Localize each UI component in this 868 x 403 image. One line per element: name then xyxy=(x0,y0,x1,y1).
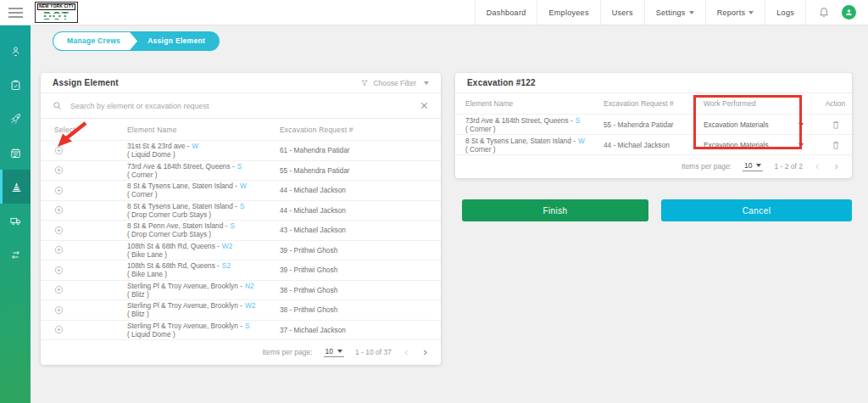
delete-row-button[interactable] xyxy=(832,140,840,150)
element-suffix-link[interactable]: W xyxy=(192,142,198,150)
element-row: 8 St & Tysens Lane, Staten Island -W ( C… xyxy=(41,180,441,200)
sidebar-item-launch[interactable] xyxy=(0,102,31,136)
trash-icon xyxy=(832,140,840,150)
next-page-button[interactable] xyxy=(421,349,429,356)
top-header: NEW YORK CITY DOT Dashboard Employees Us… xyxy=(0,0,868,25)
finish-button[interactable]: Finish xyxy=(462,199,648,221)
element-row: 8 St & Tysens Lane, Staten Island -S ( D… xyxy=(41,200,441,221)
chevron-down-icon xyxy=(798,123,804,126)
chevron-down-icon xyxy=(748,11,754,14)
chevron-down-icon xyxy=(756,164,761,167)
element-row: Sterling Pl & Troy Avenue, Brooklyn -N2 … xyxy=(41,280,441,300)
select-element-button[interactable] xyxy=(54,165,64,175)
element-suffix-link[interactable]: S xyxy=(237,162,242,171)
element-row: 73rd Ave & 184th Street, Queens -S ( Cor… xyxy=(41,160,441,181)
items-per-page-select[interactable]: 10 xyxy=(324,347,344,357)
sidebar-item-work-zones[interactable] xyxy=(0,170,31,204)
element-suffix-link[interactable]: W2 xyxy=(222,242,232,250)
sidebar-item-fleet[interactable] xyxy=(0,204,31,238)
notification-bell-icon[interactable] xyxy=(818,6,830,19)
select-element-button[interactable] xyxy=(54,226,64,235)
person-icon xyxy=(844,8,854,17)
chevron-down-icon xyxy=(424,81,429,85)
items-per-page-select[interactable]: 10 xyxy=(743,161,763,171)
element-row: 31st St & 23rd ave -W ( Liquid Dome ) 61… xyxy=(41,140,441,160)
add-circle-icon xyxy=(54,266,64,275)
breadcrumb: Manage Crews Assign Element xyxy=(53,32,219,50)
sidebar-item-assignments[interactable] xyxy=(0,68,31,102)
select-element-button[interactable] xyxy=(54,245,64,255)
element-suffix-link[interactable]: S2 xyxy=(222,261,231,270)
logo-dot-text: DOT xyxy=(37,10,75,21)
excavation-panel: Excavation #122 Element Name Excavation … xyxy=(455,73,852,178)
hamburger-menu-icon[interactable] xyxy=(0,0,31,25)
sidebar-item-crews[interactable] xyxy=(0,34,31,68)
nav-settings[interactable]: Settings xyxy=(644,0,705,25)
element-row: 108th St & 68th Rd, Queens -W2 ( Bike La… xyxy=(41,240,441,260)
truck-icon xyxy=(9,215,22,227)
add-circle-icon xyxy=(54,305,64,315)
element-suffix-link[interactable]: W2 xyxy=(245,301,255,310)
select-element-button[interactable] xyxy=(54,266,64,275)
add-circle-icon xyxy=(54,205,64,215)
excavation-row: 8 St & Tysens Lane, Staten Island -W ( C… xyxy=(455,134,852,154)
element-suffix-link[interactable]: S xyxy=(240,202,245,210)
assign-table-header: Select Element Name Excavation Request # xyxy=(41,119,441,140)
excavation-table-header: Element Name Excavation Request # Work P… xyxy=(455,93,852,114)
page-range: 1 - 2 of 2 xyxy=(774,162,803,171)
add-circle-icon xyxy=(54,325,64,334)
select-element-button[interactable] xyxy=(54,146,64,155)
nav-employees[interactable]: Employees xyxy=(537,0,599,25)
element-suffix-link[interactable]: S xyxy=(245,322,250,330)
sidebar-item-transfers[interactable] xyxy=(0,238,31,271)
swap-arrows-icon xyxy=(9,249,22,261)
cancel-button[interactable]: Cancel xyxy=(661,199,852,221)
excavation-table-body: 73rd Ave & 184th Street, Queens -S ( Cor… xyxy=(455,114,852,154)
element-row: 8 St & Penn Ave, Staten Island -S ( Drop… xyxy=(41,220,441,240)
clipboard-check-icon xyxy=(9,79,22,92)
element-suffix-link[interactable]: W xyxy=(578,137,585,145)
select-element-button[interactable] xyxy=(54,205,64,215)
chevron-down-icon xyxy=(689,11,694,14)
select-element-button[interactable] xyxy=(54,305,64,315)
work-performed-select[interactable]: Excavation Materials xyxy=(704,120,804,129)
select-element-button[interactable] xyxy=(54,186,64,195)
trash-icon xyxy=(832,120,840,130)
sidebar-item-schedule[interactable] xyxy=(0,136,31,170)
nav-logs[interactable]: Logs xyxy=(765,0,805,25)
add-circle-icon xyxy=(54,285,64,294)
assign-element-panel: Assign Element Choose Filter Select Elem… xyxy=(41,73,441,365)
add-circle-icon xyxy=(54,245,64,255)
nav-reports[interactable]: Reports xyxy=(705,0,765,25)
nav-dashboard[interactable]: Dashboard xyxy=(475,0,537,25)
element-suffix-link[interactable]: S xyxy=(576,116,581,125)
element-suffix-link[interactable]: S xyxy=(230,221,235,230)
select-element-button[interactable] xyxy=(54,325,64,334)
user-avatar[interactable] xyxy=(842,5,856,20)
excavation-panel-title: Excavation #122 xyxy=(467,78,536,87)
add-circle-icon xyxy=(54,226,64,235)
element-suffix-link[interactable]: N2 xyxy=(245,282,254,290)
next-page-button[interactable] xyxy=(832,163,840,171)
calendar-icon xyxy=(9,147,22,160)
rocket-icon xyxy=(9,113,22,126)
excavation-row: 73rd Ave & 184th Street, Queens -S ( Cor… xyxy=(455,114,852,134)
choose-filter-button[interactable]: Choose Filter xyxy=(360,79,429,87)
select-element-button[interactable] xyxy=(54,285,64,294)
search-input[interactable] xyxy=(70,102,411,110)
close-icon[interactable] xyxy=(420,101,429,110)
prev-page-button[interactable] xyxy=(814,163,821,171)
assign-pagination: Items per page: 10 1 - 10 of 37 xyxy=(41,339,441,364)
breadcrumb-manage-crews[interactable]: Manage Crews xyxy=(53,32,137,50)
work-performed-select[interactable]: Excavation Materials xyxy=(704,141,804,149)
chevron-down-icon xyxy=(798,143,804,147)
delete-row-button[interactable] xyxy=(832,120,840,130)
nav-users[interactable]: Users xyxy=(600,0,644,25)
breadcrumb-assign-element[interactable]: Assign Element xyxy=(137,32,219,50)
add-circle-icon xyxy=(54,146,64,155)
element-row: 108th St & 68th Rd, Queens -S2 ( Bike La… xyxy=(41,260,441,280)
assign-table-body: 31st St & 23rd ave -W ( Liquid Dome ) 61… xyxy=(41,140,441,339)
element-row: Sterling Pl & Troy Avenue, Brooklyn -W2 … xyxy=(41,299,441,320)
prev-page-button[interactable] xyxy=(403,349,410,356)
element-suffix-link[interactable]: W xyxy=(240,182,247,190)
